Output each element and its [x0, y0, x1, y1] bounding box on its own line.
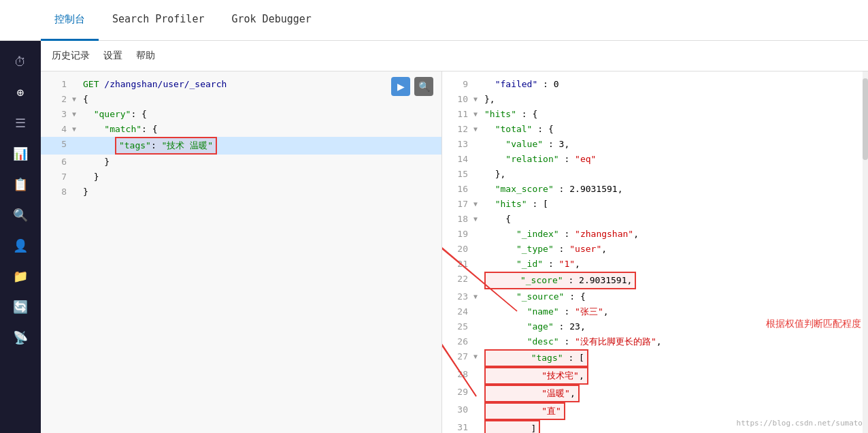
line-content-5: "tags": "技术 温暖"	[83, 137, 436, 155]
result-line-num-31: 31	[448, 420, 468, 433]
code-editor: 1 GET /zhangshan/user/_search 2 ▼ { 3	[41, 71, 441, 433]
tab-search-profiler[interactable]: Search Profiler	[99, 0, 218, 41]
result-line-num-18: 18	[448, 212, 468, 227]
result-line-num-9: 9	[448, 77, 468, 92]
scrollbar-track[interactable]	[863, 71, 868, 433]
result-content-22: "_score" : 2.9031591,	[484, 272, 863, 289]
tab-console[interactable]: 控制台	[41, 0, 99, 41]
sidebar-icon-timer[interactable]: ⏱	[7, 48, 34, 75]
result-line-num-25: 25	[448, 319, 468, 334]
result-line-num-20: 20	[448, 242, 468, 257]
result-line-num-24: 24	[448, 304, 468, 319]
main-layout: ⏱ ⊕ ☰ 📊 📋 🔍 👤 📁 🔄 📡 历史记录 设置 帮助	[0, 41, 868, 433]
editor-line-7: 7 }	[41, 170, 441, 185]
sidebar-icon-folder[interactable]: 📁	[7, 262, 34, 289]
result-arrow-23: ▼	[473, 289, 482, 304]
result-line-19: 19 "_index" : "zhangshan",	[442, 227, 868, 242]
result-line-10: 10 ▼ },	[442, 92, 868, 107]
line-num-8: 8	[46, 185, 67, 199]
scrollbar-thumb[interactable]	[863, 78, 868, 160]
result-line-num-15: 15	[448, 167, 468, 182]
result-arrow-10: ▼	[473, 92, 482, 107]
sub-toolbar: 历史记录 设置 帮助	[41, 41, 868, 71]
result-line-num-27: 27	[448, 349, 468, 364]
result-line-num-29: 29	[448, 385, 468, 400]
result-content-15: },	[484, 167, 863, 182]
editor-results: ▶ 🔍 1 GET /zhangshan/user/_search 2	[41, 71, 868, 433]
results-code: 9 "failed" : 0 10 ▼ }, 11	[442, 71, 868, 433]
editor-line-4: 4 ▼ "match": {	[41, 122, 441, 137]
sidebar-icon-chart[interactable]: 📊	[7, 140, 34, 167]
result-content-19: "_index" : "zhangshan",	[484, 227, 863, 242]
editor-line-5: 5 "tags": "技术 温暖"	[41, 137, 441, 155]
result-content-28: "技术宅",	[484, 367, 863, 385]
line-arrow-4: ▼	[72, 122, 80, 137]
editor-toolbar: ▶ 🔍	[391, 77, 433, 96]
result-line-30: 30 "直"	[442, 402, 868, 420]
sidebar-icon-plus[interactable]: ⊕	[7, 78, 34, 106]
sidebar-icon-search[interactable]: 🔍	[7, 201, 34, 228]
line-content-8: }	[83, 185, 436, 199]
run-button[interactable]: ▶	[391, 77, 410, 96]
result-content-26: "desc" : "没有比脚更长的路",	[484, 334, 863, 349]
result-content-11: "hits" : {	[484, 107, 863, 122]
result-line-17: 17 ▼ "hits" : [	[442, 197, 868, 212]
result-line-num-13: 13	[448, 137, 468, 152]
result-line-11: 11 ▼ "hits" : {	[442, 107, 868, 122]
editor-line-8: 8 }	[41, 185, 441, 199]
line-num-1: 1	[46, 77, 67, 92]
help-item[interactable]: 帮助	[136, 50, 155, 62]
watermark: https://blog.csdn.net/sumato	[737, 419, 863, 428]
history-item[interactable]: 历史记录	[52, 50, 90, 62]
result-line-20: 20 "_type" : "user",	[442, 242, 868, 257]
result-line-num-19: 19	[448, 227, 468, 242]
result-content-21: "_id" : "1",	[484, 257, 863, 272]
sidebar-icon-signal[interactable]: 📡	[7, 323, 34, 351]
result-line-9: 9 "failed" : 0	[442, 77, 868, 92]
editor-line-2: 2 ▼ {	[41, 92, 441, 107]
sidebar: ⏱ ⊕ ☰ 📊 📋 🔍 👤 📁 🔄 📡	[0, 41, 41, 433]
result-arrow-11: ▼	[473, 107, 482, 122]
result-line-13: 13 "value" : 3,	[442, 137, 868, 152]
result-content-17: "hits" : [	[484, 197, 863, 212]
sidebar-icon-table[interactable]: 📋	[7, 170, 34, 197]
result-line-num-17: 17	[448, 197, 468, 212]
editor-line-6: 6 }	[41, 155, 441, 170]
result-line-num-22: 22	[448, 272, 468, 287]
result-line-18: 18 ▼ {	[442, 212, 868, 227]
line-num-6: 6	[46, 155, 67, 170]
line-num-3: 3	[46, 107, 67, 122]
tab-grok-debugger[interactable]: Grok Debugger	[218, 0, 324, 41]
result-line-15: 15 },	[442, 167, 868, 182]
inspect-button[interactable]: 🔍	[414, 77, 433, 96]
result-content-13: "value" : 3,	[484, 137, 863, 152]
line-content-6: }	[83, 155, 436, 170]
result-line-num-10: 10	[448, 92, 468, 107]
result-line-num-12: 12	[448, 122, 468, 137]
result-line-27: 27 ▼ "tags" : [	[442, 349, 868, 367]
result-content-12: "total" : {	[484, 122, 863, 137]
line-content-1: GET /zhangshan/user/_search	[83, 77, 436, 92]
result-line-num-30: 30	[448, 402, 468, 417]
content-area: 历史记录 设置 帮助 ▶ 🔍 1	[41, 41, 868, 433]
result-line-num-21: 21	[448, 257, 468, 272]
result-line-num-26: 26	[448, 334, 468, 349]
editor-panel: ▶ 🔍 1 GET /zhangshan/user/_search 2	[41, 71, 442, 433]
result-line-16: 16 "max_score" : 2.9031591,	[442, 182, 868, 197]
result-line-26: 26 "desc" : "没有比脚更长的路",	[442, 334, 868, 349]
line-arrow-2: ▼	[72, 92, 80, 107]
result-content-29: "温暖",	[484, 385, 863, 402]
result-content-10: },	[484, 92, 863, 107]
result-content-24: "name" : "张三",	[484, 304, 863, 319]
sidebar-icon-list[interactable]: ☰	[7, 109, 34, 136]
sidebar-icon-refresh[interactable]: 🔄	[7, 293, 34, 320]
result-line-14: 14 "relation" : "eq"	[442, 152, 868, 167]
line-content-2: {	[83, 92, 436, 107]
result-content-18: {	[484, 212, 863, 227]
result-line-22: 22 "_score" : 2.9031591,	[442, 272, 868, 289]
app-container: 控制台 Search Profiler Grok Debugger ⏱ ⊕ ☰ …	[0, 0, 868, 433]
settings-item[interactable]: 设置	[103, 50, 122, 62]
result-line-21: 21 "_id" : "1",	[442, 257, 868, 272]
sidebar-icon-user[interactable]: 👤	[7, 231, 34, 259]
line-arrow-3: ▼	[72, 107, 80, 122]
